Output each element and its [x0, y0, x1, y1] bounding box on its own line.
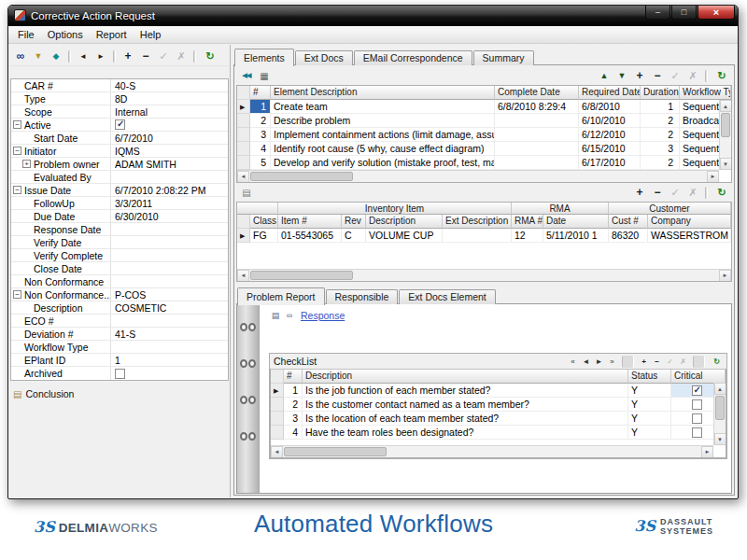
- property-row[interactable]: − Issue Date 6/7/2010 2:08:22 PM: [11, 184, 228, 197]
- header-cell[interactable]: Description: [303, 370, 628, 384]
- scroll-thumb[interactable]: [715, 396, 725, 420]
- header-cell[interactable]: #: [284, 370, 303, 384]
- prior-button[interactable]: ◄: [580, 356, 592, 368]
- expand-icon[interactable]: −: [13, 147, 21, 155]
- header-cell[interactable]: Critical: [671, 370, 726, 384]
- element-row[interactable]: 5 Develop and verify solution (mistake p…: [237, 156, 731, 170]
- scroll-left-icon[interactable]: [271, 446, 283, 458]
- header-cell[interactable]: Class: [250, 215, 278, 229]
- header-cell[interactable]: RMA #: [512, 215, 543, 229]
- element-row[interactable]: 2 Describe problem 6/10/2010 2 Broadcast: [237, 114, 731, 128]
- post-button[interactable]: ✓: [667, 68, 684, 84]
- sheet-button[interactable]: ▤: [238, 185, 255, 201]
- header-cell[interactable]: Description: [366, 215, 443, 229]
- response-text-area[interactable]: [269, 323, 727, 353]
- expand-icon[interactable]: −: [13, 186, 21, 194]
- property-row[interactable]: Start Date 6/7/2010: [11, 132, 228, 145]
- tab-ext-docs[interactable]: Ext Docs: [295, 50, 353, 65]
- refresh-button[interactable]: ↻: [711, 356, 723, 368]
- cancel-button[interactable]: ✗: [173, 49, 190, 64]
- element-row[interactable]: 4 Identify root cause (5 why, cause effe…: [237, 142, 731, 156]
- horizontal-scrollbar[interactable]: [271, 445, 713, 457]
- checklist-row[interactable]: 1 Is the job function of each member sta…: [271, 384, 726, 398]
- find-button[interactable]: ∞: [12, 49, 29, 64]
- delete-button[interactable]: −: [651, 356, 663, 368]
- header-cell[interactable]: Status: [628, 370, 671, 384]
- property-row[interactable]: Deviation # 41-S: [11, 328, 228, 341]
- minimize-button[interactable]: –: [645, 6, 670, 20]
- property-row[interactable]: Response Date: [11, 223, 228, 236]
- header-cell[interactable]: Company: [648, 215, 731, 229]
- property-row[interactable]: Type 8D: [11, 92, 228, 105]
- critical-checkbox[interactable]: [692, 385, 702, 396]
- scroll-right-icon[interactable]: [707, 171, 719, 183]
- expand-icon[interactable]: +: [22, 160, 31, 168]
- property-row[interactable]: − Active: [11, 119, 228, 132]
- tab-problem-report[interactable]: Problem Report: [237, 287, 325, 305]
- delete-button[interactable]: −: [649, 185, 666, 201]
- find-small-icon[interactable]: ∞: [283, 309, 296, 322]
- first-button[interactable]: «: [567, 356, 579, 368]
- header-cell[interactable]: Ext Description: [443, 215, 512, 229]
- horizontal-scrollbar[interactable]: [237, 269, 731, 281]
- expand-icon[interactable]: −: [13, 120, 21, 129]
- delete-button[interactable]: −: [137, 49, 154, 64]
- property-row[interactable]: − Non Conformance... P-COS: [11, 288, 228, 301]
- move-down-button[interactable]: ▼: [613, 68, 630, 84]
- inventory-row[interactable]: FG 01-5543065 C VOLUME CUP 12 5/11/2010 …: [237, 229, 731, 243]
- tab-responsible[interactable]: Responsible: [326, 289, 399, 304]
- scroll-up-icon[interactable]: [720, 100, 732, 112]
- scroll-up-icon[interactable]: [714, 383, 726, 395]
- conclusion-section[interactable]: ▤ Conclusion: [13, 388, 226, 399]
- header-cell[interactable]: Complete Date: [495, 86, 579, 100]
- menu-options[interactable]: Options: [41, 27, 90, 42]
- property-row[interactable]: Archived: [11, 367, 228, 380]
- property-row[interactable]: ECO #: [11, 315, 228, 328]
- menu-report[interactable]: Report: [90, 27, 134, 42]
- checklist-row[interactable]: 4 Have the team roles been designated? Y: [271, 426, 726, 440]
- property-row[interactable]: CAR # 40-S: [11, 79, 228, 92]
- response-link[interactable]: Response: [301, 310, 345, 321]
- critical-checkbox[interactable]: [692, 413, 702, 424]
- menu-help[interactable]: Help: [134, 27, 168, 42]
- property-row[interactable]: EPlant ID 1: [11, 354, 228, 367]
- element-row[interactable]: 3 Implement containment actions (limit d…: [237, 128, 731, 142]
- property-row[interactable]: Description COSMETIC: [11, 301, 228, 315]
- scroll-left-icon[interactable]: [237, 270, 249, 282]
- tab-elements[interactable]: Elements: [234, 49, 294, 66]
- collapse-all-button[interactable]: ◀◀: [238, 68, 255, 84]
- checklist-row[interactable]: 3 Is the location of each team member st…: [271, 412, 726, 426]
- critical-checkbox[interactable]: [692, 399, 702, 410]
- titlebar[interactable]: Corrective Action Request – □ ×: [8, 6, 738, 26]
- insert-button[interactable]: +: [631, 185, 648, 201]
- next-button[interactable]: ►: [593, 356, 605, 368]
- property-row[interactable]: Workflow Type: [11, 341, 228, 354]
- insert-button[interactable]: +: [120, 49, 136, 64]
- close-button[interactable]: ×: [698, 6, 735, 20]
- prior-record-button[interactable]: ◄: [75, 49, 92, 64]
- post-button[interactable]: ✓: [155, 49, 172, 64]
- scroll-left-icon[interactable]: [237, 171, 249, 183]
- vertical-scrollbar[interactable]: [719, 100, 731, 170]
- horizontal-scrollbar[interactable]: [237, 170, 719, 182]
- checklist-row[interactable]: 2 Is the customer contact named as a tea…: [271, 398, 726, 412]
- vertical-scrollbar[interactable]: [713, 383, 726, 445]
- header-cell[interactable]: Required Date: [579, 86, 641, 100]
- header-cell[interactable]: Cust #: [609, 215, 648, 229]
- property-row[interactable]: Verify Date: [11, 236, 228, 249]
- header-cell[interactable]: Date: [543, 215, 609, 229]
- scroll-thumb[interactable]: [721, 113, 730, 137]
- scroll-thumb[interactable]: [284, 447, 387, 456]
- header-cell[interactable]: Element Description: [271, 86, 495, 100]
- maximize-button[interactable]: □: [671, 6, 697, 20]
- refresh-button[interactable]: ↻: [713, 185, 730, 201]
- property-row[interactable]: − Initiator IQMS: [11, 145, 228, 158]
- header-cell[interactable]: Rev: [342, 215, 366, 229]
- refresh-button[interactable]: ↻: [202, 49, 218, 64]
- property-row[interactable]: + Problem owner ADAM SMITH: [11, 158, 228, 171]
- scroll-right-icon[interactable]: [701, 446, 713, 458]
- property-row[interactable]: Non Conformance: [11, 275, 228, 288]
- menu-file[interactable]: File: [11, 27, 41, 42]
- cancel-button[interactable]: ✗: [684, 68, 701, 84]
- tab-summary[interactable]: Summary: [473, 50, 534, 65]
